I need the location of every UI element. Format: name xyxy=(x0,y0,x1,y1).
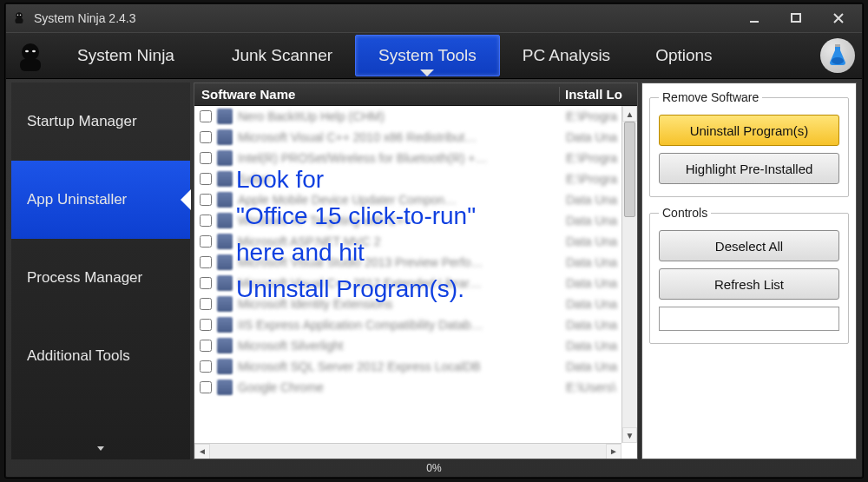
row-checkbox[interactable] xyxy=(200,277,212,289)
row-name: IIS Express Application Compatibility Da… xyxy=(238,318,566,332)
row-checkbox[interactable] xyxy=(200,131,212,143)
row-name: Nero BackItUp Help (CHM) xyxy=(238,109,566,123)
controls-legend: Controls xyxy=(659,206,711,220)
app-icon xyxy=(11,10,27,26)
row-name: Microsoft Visual C++ 2012 Extended Libra… xyxy=(238,276,566,290)
row-checkbox[interactable] xyxy=(200,298,212,310)
program-icon xyxy=(217,213,233,228)
program-icon xyxy=(217,359,233,374)
window-title: System Ninja 2.4.3 xyxy=(34,11,136,25)
titlebar[interactable]: System Ninja 2.4.3 xyxy=(6,4,862,32)
flask-icon[interactable] xyxy=(820,38,855,73)
table-row[interactable]: Nero BackItUp Help (CHM)E:\Progra xyxy=(194,106,637,127)
program-icon xyxy=(217,296,233,312)
program-icon xyxy=(217,171,233,187)
scroll-up-icon[interactable]: ▲ xyxy=(622,106,637,122)
table-row[interactable]: IIS Express Application Compatibility Da… xyxy=(194,314,637,335)
row-name: Windows XP Targeting with C++ xyxy=(238,214,566,228)
nav-junk-scanner[interactable]: Junk Scanner xyxy=(209,35,355,76)
column-install-location[interactable]: Install Lo xyxy=(559,87,637,102)
svg-point-3 xyxy=(20,15,22,17)
svg-point-8 xyxy=(25,50,29,53)
program-icon xyxy=(217,275,233,291)
right-panel: Remove Software Uninstall Program(s) Hig… xyxy=(641,83,857,459)
table-row[interactable]: Google ChromeE:\Users\ xyxy=(194,377,637,398)
svg-rect-4 xyxy=(750,21,759,23)
row-name: Apple Mobile Device Updater Compon… xyxy=(238,193,566,207)
table-row[interactable]: Microsoft Visual Studio 2013 Preview Per… xyxy=(194,252,637,273)
table-row[interactable]: Microsoft SQL Server 2012 Express LocalD… xyxy=(194,356,637,377)
scroll-down-icon[interactable]: ▼ xyxy=(622,427,637,443)
nav-options[interactable]: Options xyxy=(633,35,734,76)
row-checkbox[interactable] xyxy=(200,110,212,122)
refresh-list-button[interactable]: Refresh List xyxy=(659,268,839,300)
program-icon xyxy=(217,150,233,166)
row-checkbox[interactable] xyxy=(200,235,212,248)
list-header[interactable]: Software Name Install Lo xyxy=(194,83,637,106)
sidebar-item-app-uninstaller[interactable]: App Uninstaller xyxy=(11,161,190,239)
sidebar-item-startup-manager[interactable]: Startup Manager xyxy=(11,83,190,161)
svg-rect-5 xyxy=(792,14,800,22)
row-checkbox[interactable] xyxy=(200,256,212,268)
maximize-button[interactable] xyxy=(786,11,808,25)
row-checkbox[interactable] xyxy=(200,381,212,393)
scroll-left-icon[interactable]: ◄ xyxy=(194,444,210,459)
filter-input[interactable] xyxy=(659,307,839,331)
scroll-thumb[interactable] xyxy=(624,122,635,217)
vertical-scrollbar[interactable]: ▲ ▼ xyxy=(621,106,637,443)
table-row[interactable]: Microsoft Visual C++ 2012 Extended Libra… xyxy=(194,273,637,294)
table-row[interactable]: Microsoft Visual C++ 2010 x86 Redistribu… xyxy=(194,127,637,148)
svg-rect-10 xyxy=(835,44,840,47)
nav-pc-analysis[interactable]: PC Analysis xyxy=(500,35,633,76)
nav-system-tools[interactable]: System Tools xyxy=(355,35,500,76)
software-list: Software Name Install Lo Nero BackItUp H… xyxy=(194,83,638,459)
svg-point-6 xyxy=(22,43,39,61)
row-name: Microsoft Visual C++ 2010 x86 Redistribu… xyxy=(238,130,566,144)
svg-rect-7 xyxy=(20,59,41,71)
row-checkbox[interactable] xyxy=(200,173,212,185)
table-row[interactable]: Windows XP Targeting with C++Data Una xyxy=(194,210,637,231)
scroll-right-icon[interactable]: ► xyxy=(606,444,621,459)
row-checkbox[interactable] xyxy=(200,319,212,331)
table-row[interactable]: Microsoft SilverlightData Una xyxy=(194,335,637,356)
horizontal-scrollbar[interactable]: ◄ ► xyxy=(194,443,621,459)
row-name: Microsoft Identity Extensions xyxy=(238,297,566,311)
remove-software-group: Remove Software Uninstall Program(s) Hig… xyxy=(649,90,849,197)
program-icon xyxy=(217,380,233,395)
table-row[interactable]: Microsoft Identity ExtensionsData Una xyxy=(194,294,637,314)
sidebar-item-process-manager[interactable]: Process Manager xyxy=(11,239,190,317)
column-software-name[interactable]: Software Name xyxy=(194,87,559,102)
close-button[interactable] xyxy=(827,11,850,25)
row-checkbox[interactable] xyxy=(200,215,212,227)
program-icon xyxy=(217,317,233,333)
row-name: Microsoft SQL Server 2012 Express LocalD… xyxy=(238,360,566,373)
status-bar: 0% xyxy=(11,461,857,475)
top-nav: System Ninja Junk Scanner System Tools P… xyxy=(6,32,862,79)
list-body[interactable]: Nero BackItUp Help (CHM)E:\PrograMicroso… xyxy=(194,106,637,459)
row-checkbox[interactable] xyxy=(200,360,212,373)
row-name: Google Chrome xyxy=(238,380,566,394)
row-checkbox[interactable] xyxy=(200,194,212,206)
table-row[interactable]: Apple Mobile Device Updater Compon…Data … xyxy=(194,189,637,210)
row-checkbox[interactable] xyxy=(200,340,212,352)
table-row[interactable]: Microsoft ASP.NET MVC 2Data Una xyxy=(194,231,637,252)
minimize-button[interactable] xyxy=(744,11,766,25)
table-row[interactable]: Intel(R) PROSet/Wireless for Bluetooth(R… xyxy=(194,148,637,168)
nav-brand[interactable]: System Ninja xyxy=(55,35,197,76)
remove-software-legend: Remove Software xyxy=(659,90,762,104)
row-name: Microsoft Visual Studio 2013 Preview Per… xyxy=(238,255,566,269)
row-name: Microsoft ASP.NET MVC 2 xyxy=(238,234,566,248)
sidebar-collapse-icon[interactable] xyxy=(95,443,106,456)
controls-group: Controls Deselect All Refresh List xyxy=(649,206,849,344)
deselect-all-button[interactable]: Deselect All xyxy=(659,230,839,261)
sidebar-item-additional-tools[interactable]: Additional Tools xyxy=(11,317,190,395)
row-checkbox[interactable] xyxy=(200,152,212,164)
uninstall-button[interactable]: Uninstall Program(s) xyxy=(659,115,839,146)
row-name: Microsoft Silverlight xyxy=(238,339,566,353)
row-name: Safari xyxy=(238,172,566,186)
table-row[interactable]: SafariE:\Progra xyxy=(194,168,637,189)
row-name: Intel(R) PROSet/Wireless for Bluetooth(R… xyxy=(238,151,566,165)
sidebar: Startup Manager App Uninstaller Process … xyxy=(11,83,190,459)
highlight-preinstalled-button[interactable]: Highlight Pre-Installed xyxy=(659,153,839,184)
program-icon xyxy=(217,109,233,124)
